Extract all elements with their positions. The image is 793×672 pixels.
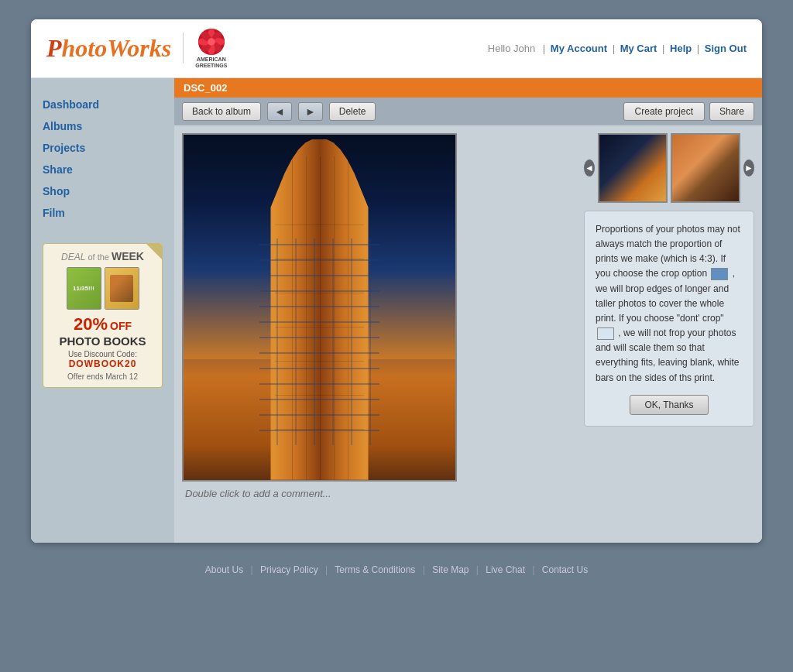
photo-display: Double click to add a comment... ◄ xyxy=(174,125,762,513)
deal-corner-decoration xyxy=(146,244,162,259)
sign-out-link[interactable]: Sign Out xyxy=(705,43,747,54)
deal-title: DEAL of the WEEK xyxy=(50,250,156,262)
next-photo-button[interactable]: ► xyxy=(298,102,323,121)
main-photo xyxy=(182,133,457,482)
ok-thanks-button[interactable]: OK, Thanks xyxy=(630,395,708,415)
sidebar: Dashboard Albums Projects Share Shop Fil… xyxy=(31,78,174,543)
footer: About Us | Privacy Policy | Terms & Cond… xyxy=(0,550,793,585)
toolbar-right: Create project Share xyxy=(623,102,754,121)
deal-week-label: WEEK xyxy=(112,250,144,262)
footer-terms-link[interactable]: Terms & Conditions xyxy=(335,564,415,575)
footer-contact-link[interactable]: Contact Us xyxy=(542,564,588,575)
deal-banner: DEAL of the WEEK 11/35!!! xyxy=(43,243,163,388)
photo-title: DSC_002 xyxy=(184,82,227,94)
ag-label: AMERICANGREETINGS xyxy=(195,57,227,70)
back-to-album-button[interactable]: Back to album xyxy=(182,102,261,121)
footer-about-us-link[interactable]: About Us xyxy=(205,564,243,575)
toolbar-left: Back to album ◄ ► Delete xyxy=(182,102,376,121)
deal-code: DOWBOOK20 xyxy=(50,358,156,369)
deal-code-label: Use Discount Code: xyxy=(50,350,156,358)
photo-comment-area[interactable]: Double click to add a comment... xyxy=(182,482,576,506)
footer-privacy-link[interactable]: Privacy Policy xyxy=(260,564,318,575)
help-link[interactable]: Help xyxy=(670,43,692,54)
sidebar-item-film[interactable]: Film xyxy=(43,202,163,224)
content-area: Dashboard Albums Projects Share Shop Fil… xyxy=(31,78,762,543)
header-nav: Hello John | My Account | My Cart | Help… xyxy=(486,43,747,54)
footer-livechat-link[interactable]: Live Chat xyxy=(486,564,525,575)
deal-book-1: 11/35!!! xyxy=(67,267,101,310)
thumb-face-image xyxy=(672,135,739,201)
photo-title-bar: DSC_002 xyxy=(174,78,762,98)
sidebar-item-dashboard[interactable]: Dashboard xyxy=(43,94,163,115)
my-cart-link[interactable]: My Cart xyxy=(620,43,657,54)
info-text-3: , we will not frop your photos and will … xyxy=(596,327,739,383)
crop-swatch-blue xyxy=(711,268,728,280)
main-area: DSC_002 Back to album ◄ ► Delete Create … xyxy=(174,78,762,543)
header: PhotoWorks xyxy=(31,19,762,78)
deal-percent: 20% xyxy=(74,314,108,334)
deal-off: OFF xyxy=(110,320,132,332)
thumb-next-button[interactable]: ► xyxy=(743,159,754,177)
photoworks-logo: PhotoWorks xyxy=(46,34,171,63)
info-box: Proportions of your photos may not alway… xyxy=(584,211,754,427)
deal-of-label: of the xyxy=(88,252,109,262)
svg-point-10 xyxy=(208,38,215,46)
logo-area: PhotoWorks xyxy=(46,27,227,70)
thumbnail-strip: ◄ ► xyxy=(584,133,754,203)
main-photo-container: Double click to add a comment... xyxy=(182,133,576,506)
delete-button[interactable]: Delete xyxy=(329,102,376,121)
comment-placeholder-text: Double click to add a comment... xyxy=(185,488,331,499)
sidebar-item-share[interactable]: Share xyxy=(43,159,163,180)
deal-books: PHOTO BOOKS xyxy=(50,334,156,348)
sidebar-item-albums[interactable]: Albums xyxy=(43,115,163,137)
thumbnail-1[interactable] xyxy=(598,133,668,203)
footer-sitemap-link[interactable]: Site Map xyxy=(432,564,469,575)
photo-right: ◄ ► Proportions of your photos may not xyxy=(584,133,754,506)
building-windows xyxy=(259,238,379,446)
american-greetings-logo: AMERICANGREETINGS xyxy=(195,27,227,70)
deal-book-2 xyxy=(105,267,139,310)
greeting-text: Hello John xyxy=(488,43,535,54)
deal-label: DEAL xyxy=(61,252,85,262)
deal-photo-area: 11/35!!! xyxy=(50,267,156,310)
thumbnail-2[interactable] xyxy=(671,133,740,203)
thumb-prev-button[interactable]: ◄ xyxy=(584,159,595,177)
ag-rose-icon xyxy=(197,27,226,57)
prev-photo-button[interactable]: ◄ xyxy=(267,102,292,121)
sidebar-item-projects[interactable]: Projects xyxy=(43,137,163,159)
share-button[interactable]: Share xyxy=(709,102,754,121)
sidebar-item-shop[interactable]: Shop xyxy=(43,180,163,202)
my-account-link[interactable]: My Account xyxy=(551,43,607,54)
deal-offer-end: Offer ends March 12 xyxy=(50,372,156,381)
photo-toolbar: Back to album ◄ ► Delete Create project … xyxy=(174,98,762,125)
sidebar-nav: Dashboard Albums Projects Share Shop Fil… xyxy=(43,94,163,224)
crop-swatch-light xyxy=(597,327,614,340)
thumb-city-image xyxy=(599,135,666,201)
create-project-button[interactable]: Create project xyxy=(623,102,705,121)
logo-divider xyxy=(183,33,184,63)
